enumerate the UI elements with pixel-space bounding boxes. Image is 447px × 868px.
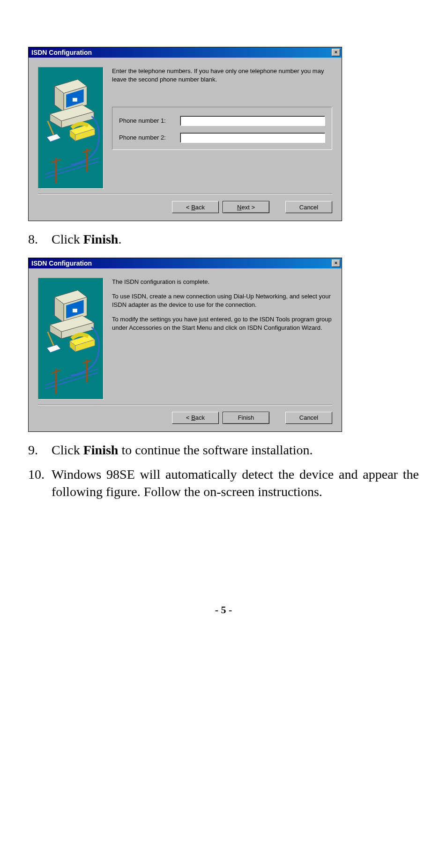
isdn-computer-phone-icon [38,67,103,188]
complete-text-3: To modify the settings you have just ent… [112,315,332,332]
cancel-button[interactable]: Cancel [285,412,332,424]
phone2-input[interactable] [180,133,325,143]
isdn-computer-phone-icon [38,278,103,399]
step-9: 9. Click Finish to continue the software… [28,441,419,459]
step-text: Click Finish to continue the software in… [52,441,419,459]
svg-line-13 [45,158,98,174]
step-number: 9. [28,441,52,459]
complete-text-2: To use ISDN, create a new connection usi… [112,292,332,309]
button-row: < Back Finish Cancel [29,405,342,431]
page-number: - 5 - [28,604,419,616]
svg-rect-23 [73,309,77,312]
close-button[interactable]: × [332,49,340,56]
step-number: 8. [28,230,52,248]
phone1-label: Phone number 1: [119,117,180,125]
window-title: ISDN Configuration [31,49,92,56]
svg-marker-12 [47,134,61,142]
instruction-text: Enter the telephone numbers. If you have… [112,67,332,83]
step-text: Windows 98SE will automatically detect t… [52,466,419,501]
svg-marker-31 [47,345,61,353]
svg-rect-4 [73,98,77,102]
svg-line-30 [48,332,55,348]
step-number: 10. [28,466,52,501]
button-row: < Back Next > Cancel [29,194,342,221]
cancel-button[interactable]: Cancel [285,201,332,213]
svg-line-32 [45,369,98,385]
phone1-input[interactable] [180,116,325,126]
phone1-row: Phone number 1: [119,116,325,126]
finish-button[interactable]: Finish [223,412,269,424]
wizard-content: The ISDN configuration is complete. To u… [112,278,332,400]
wizard-image [38,278,104,400]
spacer [273,201,282,213]
dialog-body: The ISDN configuration is complete. To u… [29,268,342,404]
phone2-label: Phone number 2: [119,134,180,142]
step-8: 8. Click Finish. [28,230,419,248]
next-button[interactable]: Next > [223,201,269,213]
isdn-dialog-complete: ISDN Configuration × [28,258,342,432]
step-text: Click Finish. [52,230,419,248]
wizard-image [38,67,104,189]
phone2-row: Phone number 2: [119,133,325,143]
complete-text-1: The ISDN configuration is complete. [112,278,332,286]
step-10: 10. Windows 98SE will automatically dete… [28,466,419,501]
back-button[interactable]: < Back [172,201,219,213]
svg-line-11 [48,121,55,137]
window-title: ISDN Configuration [31,260,92,267]
isdn-dialog-phone-numbers: ISDN Configuration × [28,47,342,221]
phone-fieldset: Phone number 1: Phone number 2: [112,107,332,150]
titlebar: ISDN Configuration × [29,258,342,268]
back-button[interactable]: < Back [172,412,219,424]
wizard-content: Enter the telephone numbers. If you have… [112,67,332,189]
close-button[interactable]: × [332,260,340,267]
dialog-body: Enter the telephone numbers. If you have… [29,58,342,193]
spacer [273,412,282,424]
titlebar: ISDN Configuration × [29,47,342,58]
